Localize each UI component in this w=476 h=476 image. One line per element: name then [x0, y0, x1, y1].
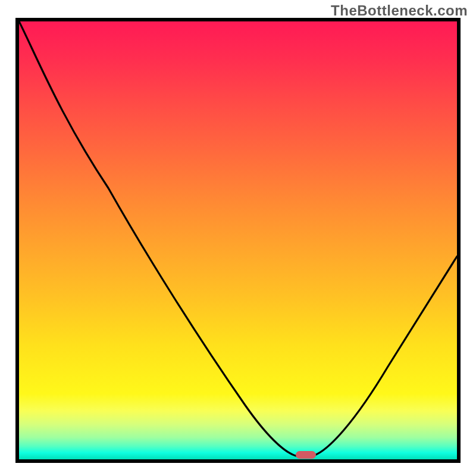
- watermark-text: TheBottleneck.com: [331, 2, 468, 19]
- plot-overlay: [19, 21, 457, 459]
- chart-container: TheBottleneck.com: [0, 0, 476, 476]
- bottleneck-curve: [19, 21, 457, 456]
- minimum-marker: [296, 451, 316, 459]
- plot-frame: [15, 18, 461, 463]
